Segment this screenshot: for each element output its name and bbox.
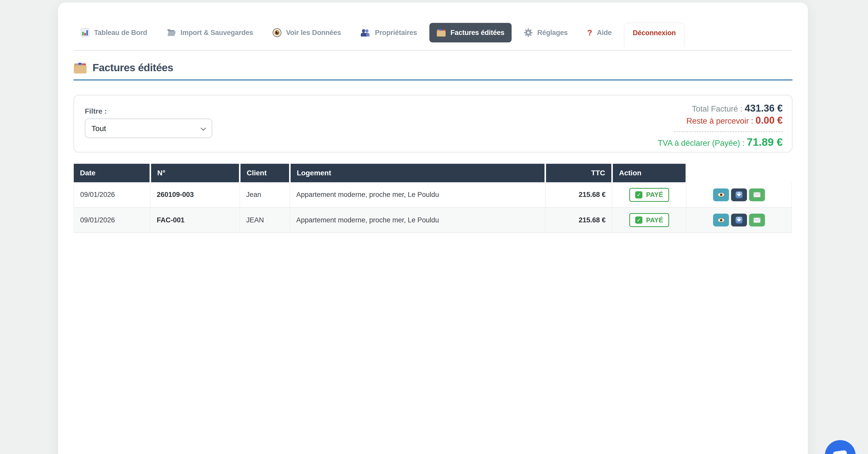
invoices-table: Date N° Client Logement TTC Action 09/01…	[73, 164, 792, 233]
nav-item-voir-les-donnees[interactable]: Voir les Données	[266, 23, 348, 43]
cell-actions	[686, 208, 792, 233]
status-text: PAYÉ	[646, 216, 663, 224]
download-button[interactable]	[731, 188, 747, 201]
cell-ttc: 215.68 €	[545, 182, 612, 208]
nav-item-label: Tableau de Bord	[94, 29, 147, 37]
reste-line: Reste à percevoir : 0.00 €	[658, 115, 783, 127]
col-header-action: Action	[612, 164, 686, 182]
main-nav: Tableau de Bord Import & Sauvegardes Voi…	[73, 3, 793, 51]
eye-icon	[718, 218, 724, 223]
col-header-logement: Logement	[290, 164, 545, 182]
nav-item-reglages[interactable]: Réglages	[517, 23, 575, 43]
cell-ttc: 215.68 €	[545, 208, 612, 233]
nav-item-factures-editees[interactable]: Factures éditées	[429, 23, 512, 42]
cell-date: 09/01/2026	[74, 182, 150, 208]
tva-label: TVA à déclarer (Payée) :	[658, 139, 744, 148]
check-icon: ✓	[635, 191, 642, 199]
view-button[interactable]	[713, 214, 729, 226]
cell-logement: Appartement moderne, proche mer, Le Poul…	[290, 182, 545, 208]
nav-item-label: Propriétaires	[375, 29, 417, 37]
filter-label: Filtre :	[85, 107, 107, 115]
col-header-ttc: TTC	[545, 164, 612, 182]
col-header-buttons	[686, 164, 792, 182]
total-facture-line: Total Facturé : 431.36 €	[658, 102, 783, 115]
cell-status: ✓PAYÉ	[612, 182, 686, 208]
filter-select[interactable]: Tout	[85, 119, 212, 138]
totals-divider	[674, 131, 783, 132]
invoice-row: 09/01/2026 FAC-001 JEAN Appartement mode…	[74, 208, 792, 233]
col-header-numero: N°	[150, 164, 240, 182]
cell-date: 09/01/2026	[74, 208, 150, 233]
folder-open-icon	[167, 29, 176, 36]
nav-item-deconnexion[interactable]: Déconnexion	[624, 23, 684, 47]
reste-label: Reste à percevoir :	[686, 117, 753, 125]
envelope-icon	[753, 192, 761, 198]
people-icon	[361, 29, 370, 36]
down-arrow-icon	[736, 191, 743, 199]
email-button[interactable]	[749, 214, 765, 226]
cell-logement: Appartement moderne, proche mer, Le Poul…	[290, 208, 545, 233]
reste-value: 0.00 €	[755, 115, 783, 126]
total-facture-value: 431.36 €	[745, 103, 783, 114]
download-button[interactable]	[731, 214, 747, 226]
card-index-icon	[437, 29, 446, 37]
nav-item-label: Déconnexion	[632, 29, 676, 37]
invoice-row: 09/01/2026 260109-003 Jean Appartement m…	[74, 182, 792, 208]
nav-item-import-sauvegardes[interactable]: Import & Sauvegardes	[160, 23, 260, 42]
down-arrow-icon	[736, 216, 743, 224]
eye-icon	[718, 192, 724, 197]
envelope-icon	[753, 217, 761, 223]
cell-status: ✓PAYÉ	[612, 208, 686, 233]
chat-bubble-icon	[833, 450, 848, 454]
nav-item-label: Import & Sauvegardes	[181, 29, 253, 37]
nav-item-label: Réglages	[537, 29, 568, 37]
table-header-row: Date N° Client Logement TTC Action	[74, 164, 792, 182]
gear-icon	[524, 28, 533, 37]
status-text: PAYÉ	[646, 191, 663, 199]
status-badge: ✓PAYÉ	[629, 188, 669, 202]
content-card: Tableau de Bord Import & Sauvegardes Voi…	[58, 3, 808, 454]
page-title-text: Factures éditées	[93, 62, 173, 74]
bar-chart-icon	[81, 28, 89, 37]
status-badge: ✓PAYÉ	[629, 213, 669, 227]
email-button[interactable]	[749, 188, 765, 201]
tva-line: TVA à déclarer (Payée) : 71.89 €	[658, 137, 783, 149]
totals-summary: Total Facturé : 431.36 € Reste à percevo…	[658, 102, 783, 149]
cell-client: Jean	[240, 182, 290, 208]
question-icon: ?	[587, 29, 592, 37]
page-title: Factures éditées	[73, 62, 793, 81]
cell-actions	[686, 182, 792, 208]
check-icon: ✓	[635, 216, 642, 224]
nav-item-proprietaires[interactable]: Propriétaires	[353, 23, 424, 42]
cell-numero: FAC-001	[150, 208, 240, 233]
col-header-date: Date	[74, 164, 150, 182]
nav-item-aide[interactable]: ? Aide	[580, 23, 619, 42]
total-facture-label: Total Facturé :	[692, 104, 742, 113]
filter-select-wrap: Tout	[85, 119, 212, 138]
cell-client: JEAN	[240, 208, 290, 233]
col-header-client: Client	[240, 164, 290, 182]
eye-icon	[273, 28, 281, 37]
card-index-icon	[73, 62, 87, 74]
filter-panel: Filtre : Tout Total Facturé : 431.36 € R…	[73, 95, 793, 152]
tva-value: 71.89 €	[747, 136, 783, 148]
nav-item-tableau-de-bord[interactable]: Tableau de Bord	[73, 23, 154, 43]
view-button[interactable]	[713, 188, 729, 201]
nav-item-label: Aide	[597, 29, 612, 37]
nav-item-label: Voir les Données	[286, 29, 341, 37]
chat-button[interactable]	[825, 440, 856, 454]
nav-item-label: Factures éditées	[451, 29, 504, 37]
cell-numero: 260109-003	[150, 182, 240, 208]
